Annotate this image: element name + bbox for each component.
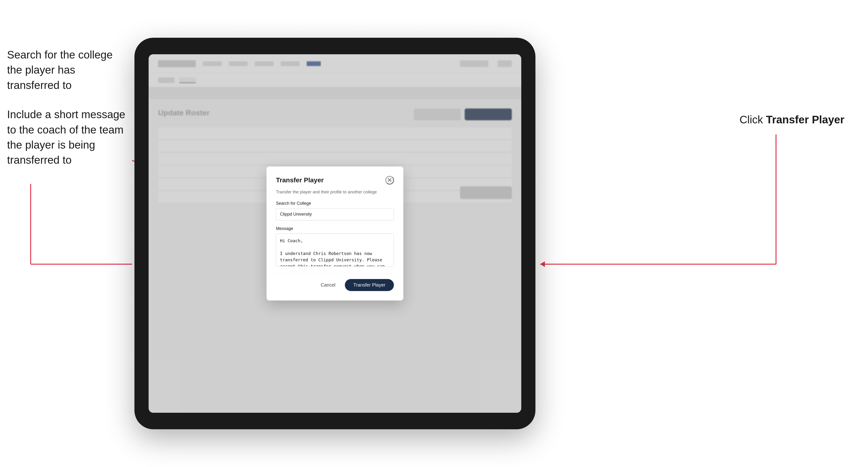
annotation-left: Search for the college the player has tr… (7, 47, 130, 182)
cancel-button[interactable]: Cancel (316, 280, 340, 290)
modal-close-button[interactable]: ✕ (385, 176, 394, 184)
search-college-input[interactable] (276, 208, 394, 220)
tablet-screen: Update Roster Tra (149, 54, 521, 413)
annotation-search-text: Search for the college the player has tr… (7, 47, 130, 93)
modal-footer: Cancel Transfer Player (276, 273, 394, 291)
tablet-device: Update Roster Tra (134, 38, 535, 429)
transfer-player-modal: Transfer Player ✕ Transfer the player an… (267, 166, 403, 300)
annotation-message-text: Include a short message to the coach of … (7, 107, 130, 168)
annotation-transfer-bold: Transfer Player (766, 114, 844, 126)
annotation-click-text: Click (739, 114, 766, 126)
modal-overlay: Transfer Player ✕ Transfer the player an… (149, 54, 521, 413)
message-textarea[interactable]: Hi Coach, I understand Chris Robertson h… (276, 234, 394, 267)
transfer-player-button[interactable]: Transfer Player (345, 279, 394, 291)
annotation-right: Click Transfer Player (739, 113, 844, 126)
modal-description: Transfer the player and their profile to… (276, 189, 394, 195)
modal-title: Transfer Player (276, 177, 323, 184)
svg-marker-6 (540, 261, 545, 267)
search-college-label: Search for College (276, 201, 394, 206)
modal-header: Transfer Player ✕ (276, 176, 394, 184)
message-label: Message (276, 226, 394, 231)
